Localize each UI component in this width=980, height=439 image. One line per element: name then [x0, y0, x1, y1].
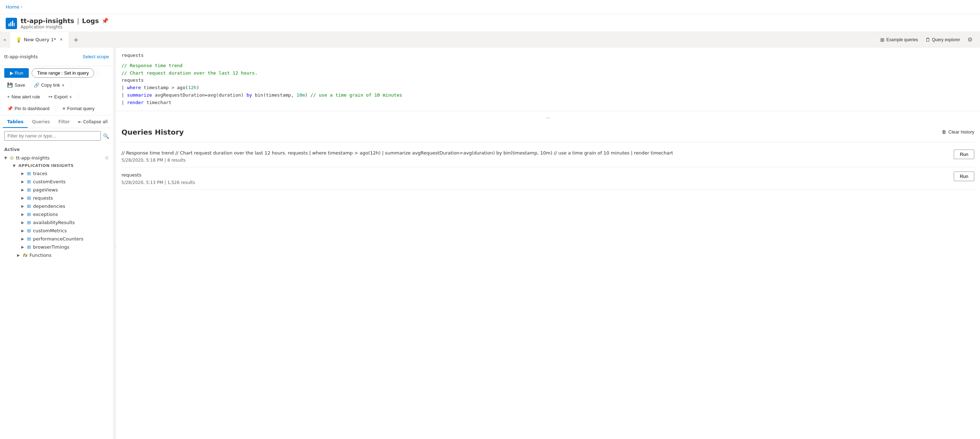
filter-input[interactable] — [4, 131, 101, 141]
query-explorer-icon: 🗒 — [925, 37, 930, 43]
query-line-1: requests — [121, 52, 974, 59]
tab-add-button[interactable]: + — [69, 32, 83, 48]
table-item-pageViews[interactable]: ▶ ⊞ pageViews — [0, 186, 113, 194]
search-icon: 🔍 — [103, 133, 109, 139]
table-icon-dependencies: ⊞ — [27, 204, 31, 209]
tree-item-resource[interactable]: ▼ ⊙ tt-app-insights ☆ — [0, 153, 113, 162]
plus-icon: + — [73, 36, 79, 43]
expand-arrow-functions: ▶ — [17, 253, 21, 257]
settings-button[interactable]: ⚙ — [964, 34, 976, 46]
tree-item-functions[interactable]: ▶ fx Functions — [0, 251, 113, 259]
resource-page-text: Logs — [82, 17, 99, 24]
table-item-dependencies[interactable]: ▶ ⊞ dependencies — [0, 202, 113, 210]
export-label: Export — [54, 94, 68, 99]
copy-link-button[interactable]: 🔗 Copy link ∨ — [31, 81, 67, 89]
format-query-button[interactable]: ≡ Format query — [60, 104, 97, 113]
expand-arrow-dependencies: ▶ — [21, 204, 25, 208]
clear-history-button[interactable]: 🗑 Clear history — [942, 129, 974, 135]
history-entry-2: requests 5/28/2020, 5:13 PM | 1,526 resu… — [121, 167, 974, 190]
table-label-exceptions: exceptions — [33, 212, 58, 217]
tree-item-app-insights[interactable]: ▼ APPLICATION INSIGHTS — [0, 162, 113, 169]
run-button[interactable]: ▶ Run — [4, 68, 29, 78]
table-icon-exceptions: ⊞ — [27, 212, 31, 217]
resource-separator: | — [77, 17, 79, 24]
history-query-1: // Response time trend // Chart request … — [121, 150, 950, 157]
functions-label: Functions — [29, 253, 51, 258]
time-range-button[interactable]: Time range : Set in query — [32, 68, 94, 78]
history-entry-2-content: requests 5/28/2020, 5:13 PM | 1,526 resu… — [121, 172, 950, 185]
expand-arrow-customEvents: ▶ — [21, 180, 25, 184]
history-run-button-2[interactable]: Run — [954, 172, 974, 181]
collapse-all-button[interactable]: ⇤ Collapse all — [75, 118, 110, 126]
tree-area: Active ▼ ⊙ tt-app-insights ☆ ▼ APPLICATI… — [0, 143, 113, 439]
export-chevron: ∨ — [69, 95, 72, 99]
table-item-requests[interactable]: ▶ ⊞ requests — [0, 194, 113, 202]
star-button[interactable]: ☆ — [104, 155, 109, 161]
resource-header: tt-app-insights | Logs 📌 Application Ins… — [0, 14, 980, 32]
example-queries-button[interactable]: ⊞ Example queries — [877, 35, 921, 44]
pin-header-icon[interactable]: 📌 — [102, 17, 109, 24]
tab-filter[interactable]: Filter — [54, 115, 74, 128]
save-button[interactable]: 💾 Save — [4, 81, 28, 89]
table-label-performanceCounters: performanceCounters — [33, 236, 83, 242]
table-icon-traces: ⊞ — [27, 171, 31, 176]
example-queries-label: Example queries — [886, 37, 918, 42]
tab-queries[interactable]: Queries — [28, 115, 54, 128]
tab-tables[interactable]: Tables — [3, 115, 28, 128]
trash-icon: 🗑 — [942, 129, 946, 135]
history-divider-top — [121, 142, 974, 142]
query-line-4: | summarize avgRequestDuration=avg(durat… — [121, 92, 974, 99]
tab-new-query-1[interactable]: 💡 New Query 1* ✕ — [10, 32, 69, 48]
table-item-customEvents[interactable]: ▶ ⊞ customEvents — [0, 178, 113, 186]
settings-icon: ⚙ — [967, 36, 972, 43]
history-query-2: requests — [121, 172, 950, 179]
table-item-performanceCounters[interactable]: ▶ ⊞ performanceCounters — [0, 235, 113, 243]
chevron-left-icon: « — [3, 37, 6, 42]
sidebar-collapse-button[interactable]: « — [0, 32, 10, 48]
pin-to-dashboard-label: Pin to dashboard — [14, 106, 49, 111]
query-explorer-button[interactable]: 🗒 Query explorer — [923, 35, 963, 44]
table-item-exceptions[interactable]: ▶ ⊞ exceptions — [0, 210, 113, 218]
new-alert-rule-button[interactable]: + New alert rule — [4, 92, 43, 101]
tab-tables-label: Tables — [7, 119, 24, 124]
tab-close-icon[interactable]: ✕ — [60, 37, 63, 42]
query-line-2: requests — [121, 77, 974, 84]
table-label-browserTimings: browserTimings — [33, 244, 70, 250]
expand-arrow-performanceCounters: ▶ — [21, 237, 25, 241]
expand-arrow-requests: ▶ — [21, 196, 25, 200]
table-icon-availabilityResults: ⊞ — [27, 220, 31, 225]
table-label-availabilityResults: availabilityResults — [33, 220, 75, 225]
select-scope-button[interactable]: Select scope — [83, 54, 109, 59]
table-item-traces[interactable]: ▶ ⊞ traces — [0, 169, 113, 178]
scope-label: tt-app-insights — [4, 54, 38, 59]
table-label-traces: traces — [33, 171, 47, 176]
expand-arrow-availabilityResults: ▶ — [21, 221, 25, 224]
table-item-customMetrics[interactable]: ▶ ⊞ customMetrics — [0, 227, 113, 235]
history-entry-1-content: // Response time trend // Chart request … — [121, 150, 950, 163]
resource-tree-label: tt-app-insights — [16, 155, 50, 161]
history-meta-2: 5/28/2020, 5:13 PM | 1,526 results — [121, 180, 950, 185]
expand-arrow-pageViews: ▶ — [21, 188, 25, 192]
resource-tree-icon: ⊙ — [10, 155, 14, 161]
query-editor[interactable]: requests // Response time trend // Chart… — [116, 48, 980, 111]
app-insights-section-label: APPLICATION INSIGHTS — [19, 163, 73, 168]
resource-title-group: tt-app-insights | Logs 📌 Application Ins… — [21, 17, 109, 29]
new-alert-rule-label: New alert rule — [12, 94, 40, 99]
history-run-button-1[interactable]: Run — [954, 150, 974, 159]
pin-to-dashboard-button[interactable]: 📌 Pin to dashboard — [4, 104, 52, 113]
functions-icon: fx — [23, 253, 27, 258]
table-item-availabilityResults[interactable]: ▶ ⊞ availabilityResults — [0, 218, 113, 227]
content-action-bar: ▶ Run Time range : Set in query 💾 Save 🔗… — [0, 66, 113, 115]
save-icon: 💾 — [7, 83, 13, 88]
action-divider-2 — [71, 82, 71, 89]
format-icon: ≡ — [62, 106, 65, 111]
expand-arrow-exceptions: ▶ — [21, 212, 25, 216]
app-insights-icon — [8, 20, 15, 27]
home-link[interactable]: Home — [6, 4, 19, 10]
expand-arrow-resource: ▼ — [4, 156, 8, 160]
more-content-indicator[interactable]: ... — [116, 111, 980, 122]
format-query-label: Format query — [67, 106, 94, 111]
export-button[interactable]: ↦ Export ∨ — [46, 92, 75, 101]
tab-filter-label: Filter — [58, 119, 70, 124]
table-item-browserTimings[interactable]: ▶ ⊞ browserTimings — [0, 243, 113, 251]
